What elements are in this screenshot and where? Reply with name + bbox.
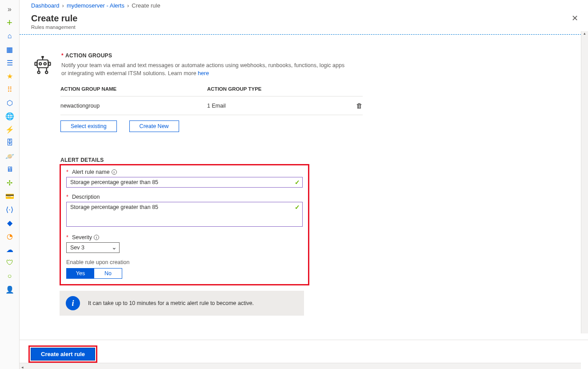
info-icon[interactable]: i (94, 235, 99, 240)
alert-rule-name-input[interactable] (66, 177, 303, 188)
sidebar-cost-icon[interactable]: ○ (0, 269, 20, 283)
breadcrumb-sep: › (62, 2, 64, 9)
create-new-button[interactable]: Create New (129, 120, 179, 132)
svg-point-4 (44, 63, 46, 65)
sidebar-lb-icon[interactable]: ✢ (0, 176, 20, 189)
sidebar-favorites-icon[interactable]: ★ (0, 69, 20, 83)
page-title: Create rule (31, 13, 78, 24)
check-icon: ✓ (295, 204, 300, 211)
svg-rect-6 (48, 62, 50, 65)
sidebar-sql-icon[interactable]: 🗄 (0, 136, 20, 149)
delete-icon[interactable]: 🗑 (356, 102, 363, 109)
svg-rect-5 (35, 62, 37, 65)
action-groups-description: Notify your team via email and text mess… (61, 61, 346, 77)
table-row: newactiongroup 1 Email 🗑 (60, 96, 363, 115)
info-banner-icon: i (66, 296, 80, 310)
severity-label: *Severity i (66, 234, 303, 241)
sidebar-list-icon[interactable]: ☰ (0, 56, 20, 69)
footer: Create alert rule (20, 340, 588, 363)
alert-rule-name-label: *Alert rule name i (66, 169, 303, 175)
svg-point-3 (39, 63, 41, 65)
breadcrumb-dashboard[interactable]: Dashboard (31, 2, 60, 9)
column-header-type: ACTION GROUP TYPE (207, 86, 345, 92)
create-alert-rule-button[interactable]: Create alert rule (31, 348, 95, 361)
action-groups-icon (32, 52, 53, 77)
breadcrumb-alerts[interactable]: mydemoserver - Alerts (67, 2, 124, 9)
info-banner-text: It can take up to 10 minutes for a metri… (88, 300, 254, 306)
sidebar-monitor-icon[interactable]: ◔ (0, 229, 20, 243)
action-group-name-cell: newactiongroup (60, 103, 207, 109)
sidebar-home-icon[interactable]: ⌂ (0, 29, 20, 43)
select-existing-button[interactable]: Select existing (60, 120, 117, 132)
sidebar-globe-icon[interactable]: 🌐 (0, 109, 20, 123)
alert-details-heading: ALERT DETAILS (60, 157, 576, 163)
left-sidebar: » + ⌂ ▦ ☰ ★ ⠿ ⬡ 🌐 ⚡ 🗄 🪐 🖥 ✢ 💳 ⟨·⟩ ◆ ◔ ☁ … (0, 0, 20, 369)
sidebar-cosmos-icon[interactable]: 🪐 (0, 149, 20, 163)
info-banner: i It can take up to 10 minutes for a met… (60, 291, 304, 316)
sidebar-functions-icon[interactable]: ⚡ (0, 123, 20, 136)
sidebar-aad-icon[interactable]: ◆ (0, 216, 20, 229)
info-icon[interactable]: i (112, 169, 117, 175)
learn-more-link[interactable]: here (198, 70, 209, 76)
svg-point-1 (42, 56, 44, 58)
svg-point-10 (45, 71, 48, 73)
vertical-scrollbar[interactable]: ▴ (581, 31, 588, 333)
sidebar-expand-button[interactable]: » (0, 3, 20, 16)
sidebar-grid-icon[interactable]: ⠿ (0, 83, 20, 96)
column-header-name: ACTION GROUP NAME (60, 86, 207, 92)
check-icon: ✓ (295, 179, 300, 186)
svg-point-9 (38, 71, 40, 73)
horizontal-scrollbar[interactable]: ◂ (20, 363, 581, 369)
sidebar-dashboard-icon[interactable]: ▦ (0, 43, 20, 56)
severity-select[interactable]: Sev 3 (66, 242, 120, 253)
breadcrumb-sep: › (127, 2, 129, 9)
alert-details-highlight: *Alert rule name i ✓ *Description ✓ (60, 164, 309, 285)
description-textarea[interactable] (66, 202, 303, 227)
sidebar-advisor-icon[interactable]: ☁ (0, 243, 20, 256)
action-group-type-cell: 1 Email (207, 103, 345, 109)
description-label: *Description (66, 194, 303, 200)
breadcrumb: Dashboard › mydemoserver - Alerts › Crea… (20, 0, 588, 10)
scroll-left-arrow[interactable]: ◂ (20, 365, 24, 369)
enable-toggle: Yes No (66, 268, 122, 279)
enable-yes-option[interactable]: Yes (67, 269, 94, 278)
sidebar-vm-icon[interactable]: 🖥 (0, 163, 20, 176)
close-button[interactable]: ✕ (572, 13, 578, 23)
enable-rule-label: Enable rule upon creation (66, 259, 303, 265)
enable-no-option[interactable]: No (94, 269, 122, 278)
required-asterisk: * (61, 52, 64, 59)
sidebar-vnet-icon[interactable]: ⟨·⟩ (0, 203, 20, 216)
page-subtitle: Rules management (31, 24, 78, 30)
breadcrumb-current: Create rule (132, 2, 160, 9)
action-groups-heading: *ACTION GROUPS (61, 52, 576, 59)
scroll-up-arrow[interactable]: ▴ (581, 31, 588, 36)
action-groups-table: ACTION GROUP NAME ACTION GROUP TYPE newa… (60, 86, 363, 115)
sidebar-support-icon[interactable]: 👤 (0, 283, 20, 296)
create-alert-rule-highlight: Create alert rule (28, 345, 97, 363)
sidebar-security-icon[interactable]: 🛡 (0, 256, 20, 269)
page-header: Create rule Rules management ✕ (20, 10, 588, 34)
sidebar-storage-icon[interactable]: 💳 (0, 189, 20, 203)
sidebar-create-icon[interactable]: + (0, 16, 20, 29)
sidebar-cube-icon[interactable]: ⬡ (0, 96, 20, 109)
